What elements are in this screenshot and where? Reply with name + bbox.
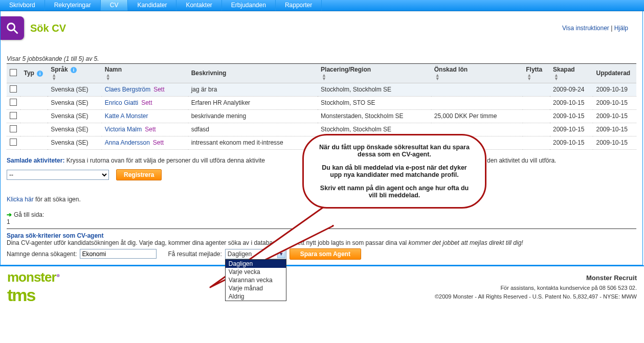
main-nav: SkrivbordRekryteringarCVKandidaterKontak… — [0, 0, 644, 11]
pagination: ➔Gå till sida: 1 — [7, 211, 636, 225]
cell-sprak: Svenska (SE) — [48, 83, 102, 96]
select-all-checkbox[interactable] — [10, 69, 17, 76]
col-namn[interactable]: Namn▲▼ — [102, 64, 188, 83]
row-checkbox[interactable] — [10, 85, 17, 93]
info-icon[interactable]: i — [37, 71, 43, 77]
nav-tab-erbjudanden[interactable]: Erbjudanden — [222, 0, 276, 11]
cell-lon: 25,000 DKK Per timme — [431, 109, 523, 123]
col-sprak[interactable]: Språk i▲▼ — [48, 64, 102, 83]
cell-uppdaterad: 2009-10-15 — [593, 136, 636, 149]
cell-uppdaterad: 2009-10-15 — [593, 123, 636, 136]
agent-description: Dina CV-agenter utför kandidatsökningen … — [7, 239, 636, 246]
footer-brand: monster● tms — [7, 269, 60, 305]
nav-tab-kontakter[interactable]: Kontakter — [176, 0, 221, 11]
footer: monster● tms Monster Recruit För assista… — [0, 265, 644, 308]
help-callout: När du fått upp önskade sökresultat kan … — [302, 134, 486, 209]
cell-sprak: Svenska (SE) — [48, 123, 102, 136]
row-checkbox[interactable] — [10, 125, 17, 132]
cell-beskrivning: Erfaren HR Analytiker — [188, 96, 318, 109]
agent-name-input[interactable] — [80, 249, 157, 259]
cell-sprak: Svenska (SE) — [48, 136, 102, 149]
seen-badge: Sett — [153, 86, 164, 93]
cell-skapad: 2009-10-15 — [550, 109, 593, 123]
nav-tab-cv[interactable]: CV — [101, 0, 128, 11]
agent-section-header: Spara sök-kriterier som CV-agent — [7, 232, 636, 239]
help-links: Visa instruktioner | Hjälp — [562, 25, 628, 32]
cell-placering: Monsterstaden, Stockholm SE — [318, 109, 431, 123]
page-title: Sök CV — [30, 22, 66, 34]
row-checkbox[interactable] — [10, 139, 17, 146]
agent-frequency-select[interactable]: Dagligen▼ — [225, 249, 286, 259]
col-flytta[interactable]: Flytta▲▼ — [523, 64, 550, 83]
col-typ[interactable]: Typ i — [20, 64, 48, 83]
cell-skapad: 2009-10-15 — [550, 136, 593, 149]
page-container: Sök CV Visa instruktioner | Hjälp Visar … — [0, 11, 643, 265]
table-row: Svenska (SE)Enrico GiattiSettErfaren HR … — [7, 96, 636, 109]
freq-option[interactable]: Dagligen — [226, 260, 286, 268]
freq-option[interactable]: Varannan vecka — [226, 276, 286, 284]
col-uppdaterad[interactable]: Uppdaterad — [593, 64, 636, 83]
row-checkbox[interactable] — [10, 99, 17, 106]
col-skapad[interactable]: Skapad▲▼ — [550, 64, 593, 83]
freq-option[interactable]: Varje vecka — [226, 268, 286, 276]
title-bar: Sök CV Visa instruktioner | Hjälp — [1, 11, 642, 55]
freq-option[interactable]: Varje månad — [226, 284, 286, 292]
agent-name-label: Namnge denna sökagent: — [7, 250, 77, 258]
info-icon[interactable]: i — [71, 67, 77, 73]
agent-freq-label: Få resultat mejlade: — [168, 250, 221, 258]
page-number[interactable]: 1 — [7, 218, 10, 225]
separator — [7, 228, 636, 229]
bulk-label: Samlade aktiviteter: — [7, 157, 64, 164]
footer-assist: För assistans, kontakta kundservice på 0… — [435, 284, 637, 293]
cell-uppdaterad: 2009-10-19 — [593, 83, 636, 96]
table-row: Svenska (SE)Katte A Monsterbeskrivande m… — [7, 109, 636, 123]
cell-lon — [431, 83, 523, 96]
cell-lon — [431, 96, 523, 109]
save-agent-button[interactable]: Spara som Agent — [290, 248, 361, 260]
bulk-activity-select[interactable]: -- — [7, 170, 109, 180]
candidate-link[interactable]: Anna Andersson — [105, 139, 150, 146]
cell-beskrivning: sdfasd — [188, 123, 318, 136]
candidate-link[interactable]: Katte A Monster — [105, 112, 148, 120]
arrow-right-icon: ➔ — [7, 211, 12, 218]
cell-skapad: 2009-10-15 — [550, 96, 593, 109]
register-button[interactable]: Registrera — [116, 169, 162, 180]
col-placering[interactable]: Placering/Region▲▼ — [318, 64, 431, 83]
cell-uppdaterad: 2009-10-15 — [593, 96, 636, 109]
seen-badge: Sett — [141, 99, 152, 106]
nav-tab-kandidater[interactable]: Kandidater — [128, 0, 176, 11]
search-again-link[interactable]: Klicka här — [7, 196, 34, 203]
show-instructions-link[interactable]: Visa instruktioner — [562, 25, 609, 32]
row-checkbox[interactable] — [10, 112, 17, 119]
cell-beskrivning: jag är bra — [188, 83, 318, 96]
cell-sprak: Svenska (SE) — [48, 96, 102, 109]
nav-tab-rapporter[interactable]: Rapporter — [276, 0, 322, 11]
col-beskrivning[interactable]: Beskrivning — [188, 64, 318, 83]
candidate-link[interactable]: Enrico Giatti — [105, 99, 138, 106]
seen-badge: Sett — [153, 139, 164, 146]
seen-badge: Sett — [145, 126, 156, 133]
cell-beskrivning: intressant ekonom med it-intresse — [188, 136, 318, 149]
svg-line-1 — [14, 30, 18, 34]
cell-placering: Stockholm, Stockholm SE — [318, 83, 431, 96]
chevron-down-icon: ▼ — [277, 250, 285, 258]
freq-option[interactable]: Aldrig — [226, 292, 286, 301]
footer-copyright: ©2009 Monster - All Rights Reserved - U.… — [435, 292, 637, 302]
search-icon — [1, 16, 24, 40]
table-row: Svenska (SE)Claes BergströmSettjag är br… — [7, 83, 636, 96]
cell-uppdaterad: 2009-10-15 — [593, 109, 636, 123]
col-lon[interactable]: Önskad lön▲▼ — [431, 64, 523, 83]
svg-point-0 — [8, 24, 15, 31]
cell-beskrivning: beskrivande mening — [188, 109, 318, 123]
nav-tab-skrivbord[interactable]: Skrivbord — [0, 0, 45, 11]
cell-placering: Stockholm, STO SE — [318, 96, 431, 109]
agent-frequency-options: DagligenVarje veckaVarannan veckaVarje m… — [225, 259, 286, 301]
cell-sprak: Svenska (SE) — [48, 109, 102, 123]
nav-tab-rekryteringar[interactable]: Rekryteringar — [45, 0, 101, 11]
candidate-link[interactable]: Victoria Malm — [105, 126, 142, 133]
help-link[interactable]: Hjälp — [614, 25, 628, 32]
cell-skapad: 2009-09-24 — [550, 83, 593, 96]
footer-product: Monster Recruit — [435, 273, 637, 284]
candidate-link[interactable]: Claes Bergström — [105, 86, 150, 93]
result-count: Visar 5 jobbsökande (1 till 5) av 5. — [7, 55, 636, 64]
